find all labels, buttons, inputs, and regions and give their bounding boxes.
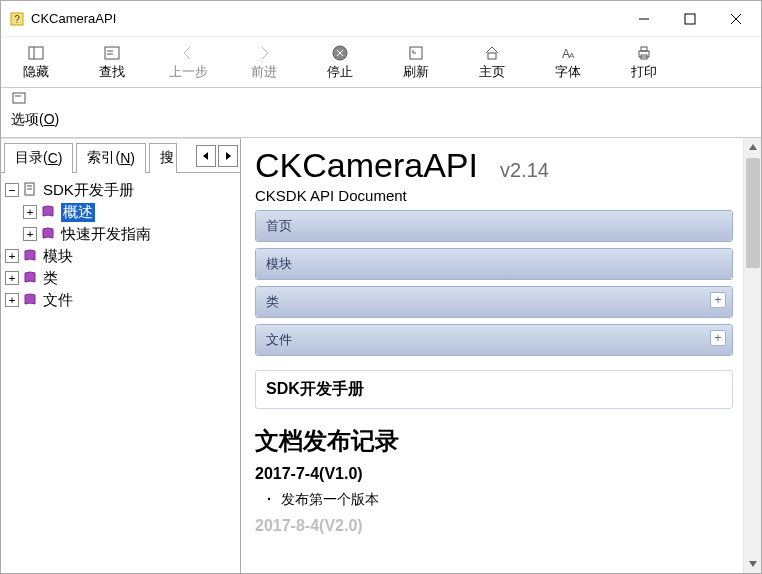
tree-item-classes[interactable]: 类: [5, 267, 236, 289]
options-bar: 选项(O): [1, 88, 761, 138]
forward-icon: [255, 43, 273, 63]
close-button[interactable]: [713, 4, 759, 34]
nav-label: 模块: [266, 256, 292, 271]
tree-label: 文件: [43, 291, 73, 310]
doc-title: CKCameraAPI: [255, 146, 478, 185]
refresh-icon: [407, 43, 425, 63]
svg-marker-23: [203, 152, 208, 160]
scroll-up-button[interactable]: [744, 138, 761, 156]
tree-label: SDK开发手册: [43, 181, 134, 200]
document-body: CKCameraAPI v2.14 CKSDK API Document 首页 …: [241, 138, 743, 573]
svg-marker-29: [749, 561, 757, 567]
toolbar: 隐藏 查找 上一步 前进 停止 刷新 主页 AA 字体: [1, 37, 761, 88]
nav-classes[interactable]: 类+: [255, 286, 733, 318]
tree-item-modules[interactable]: 模块: [5, 245, 236, 267]
svg-marker-28: [749, 144, 757, 150]
titlebar: ? CKCameraAPI: [1, 1, 761, 37]
book-icon: [23, 248, 39, 264]
svg-text:?: ?: [14, 14, 20, 25]
svg-rect-19: [641, 47, 647, 51]
book-icon: [23, 270, 39, 286]
page-icon: [23, 182, 39, 198]
hide-label: 隐藏: [23, 63, 49, 81]
doc-h2-release: 文档发布记录: [255, 425, 733, 457]
refresh-button[interactable]: 刷新: [387, 41, 445, 87]
refresh-label: 刷新: [403, 63, 429, 81]
print-label: 打印: [631, 63, 657, 81]
options-icon: [11, 90, 27, 109]
doc-h3-v2: 2017-8-4(V2.0): [255, 517, 733, 535]
home-label: 主页: [479, 63, 505, 81]
tree-item-overview[interactable]: 概述: [5, 201, 236, 223]
tab-scroll-left[interactable]: [196, 145, 216, 167]
tree-item-quickstart[interactable]: 快速开发指南: [5, 223, 236, 245]
stop-label: 停止: [327, 63, 353, 81]
expand-icon[interactable]: +: [710, 330, 726, 346]
tree-label: 模块: [43, 247, 73, 266]
find-button[interactable]: 查找: [83, 41, 141, 87]
font-label: 字体: [555, 63, 581, 81]
nav-modules[interactable]: 模块: [255, 248, 733, 280]
nav-files[interactable]: 文件+: [255, 324, 733, 356]
expand-toggle-icon[interactable]: [5, 293, 19, 307]
scroll-down-button[interactable]: [744, 555, 761, 573]
nav-label: 类: [266, 294, 279, 309]
options-label: 选项(O): [11, 111, 59, 129]
scroll-thumb[interactable]: [746, 158, 760, 268]
forward-button[interactable]: 前进: [235, 41, 293, 87]
svg-marker-24: [226, 152, 231, 160]
nav-home[interactable]: 首页: [255, 210, 733, 242]
tab-search[interactable]: 搜: [149, 143, 177, 173]
hide-button[interactable]: 隐藏: [7, 41, 65, 87]
expand-icon[interactable]: +: [710, 292, 726, 308]
tab-contents[interactable]: 目录(C): [4, 143, 73, 173]
find-icon: [103, 43, 121, 63]
expand-toggle-icon[interactable]: [23, 205, 37, 219]
vertical-scrollbar[interactable]: [743, 138, 761, 573]
back-label: 上一步: [169, 63, 208, 81]
expand-toggle-icon[interactable]: [5, 249, 19, 263]
tree-item-files[interactable]: 文件: [5, 289, 236, 311]
expand-toggle-icon[interactable]: [5, 271, 19, 285]
stop-button[interactable]: 停止: [311, 41, 369, 87]
doc-subtitle: CKSDK API Document: [255, 187, 733, 204]
expand-toggle-icon[interactable]: [23, 227, 37, 241]
stop-icon: [331, 43, 349, 63]
nav-label: 文件: [266, 332, 292, 347]
svg-rect-3: [685, 14, 695, 24]
tree-label: 概述: [61, 203, 95, 222]
doc-version: v2.14: [500, 159, 549, 182]
tab-scroll-right[interactable]: [218, 145, 238, 167]
section-heading: SDK开发手册: [255, 370, 733, 409]
svg-rect-6: [29, 47, 43, 59]
find-label: 查找: [99, 63, 125, 81]
doc-list-item: 发布第一个版本: [281, 491, 733, 509]
book-icon: [23, 292, 39, 308]
svg-text:A: A: [569, 51, 575, 60]
svg-rect-8: [105, 47, 119, 59]
sidebar-tabstrip: 目录(C) 索引(N) 搜: [1, 139, 240, 173]
options-button[interactable]: 选项(O): [7, 88, 63, 131]
svg-rect-15: [488, 53, 496, 59]
tree-label: 类: [43, 269, 58, 288]
forward-label: 前进: [251, 63, 277, 81]
back-button[interactable]: 上一步: [159, 41, 217, 87]
font-icon: AA: [559, 43, 577, 63]
contents-tree[interactable]: SDK开发手册 概述 快速开发指南 模块: [1, 173, 240, 573]
home-button[interactable]: 主页: [463, 41, 521, 87]
minimize-button[interactable]: [621, 4, 667, 34]
expand-toggle-icon[interactable]: [5, 183, 19, 197]
tree-item-sdk-manual[interactable]: SDK开发手册: [5, 179, 236, 201]
maximize-button[interactable]: [667, 4, 713, 34]
font-button[interactable]: AA 字体: [539, 41, 597, 87]
app-icon: ?: [9, 11, 25, 27]
tab-index[interactable]: 索引(N): [76, 143, 145, 173]
hide-icon: [27, 43, 45, 63]
doc-title-row: CKCameraAPI v2.14: [255, 146, 733, 185]
print-button[interactable]: 打印: [615, 41, 673, 87]
navigation-sidebar: 目录(C) 索引(N) 搜 SDK开发手册 概述: [1, 138, 241, 573]
book-icon: [41, 204, 57, 220]
nav-label: 首页: [266, 218, 292, 233]
help-window: ? CKCameraAPI 隐藏 查找 上一步 前进 停止: [0, 0, 762, 574]
tree-label: 快速开发指南: [61, 225, 151, 244]
